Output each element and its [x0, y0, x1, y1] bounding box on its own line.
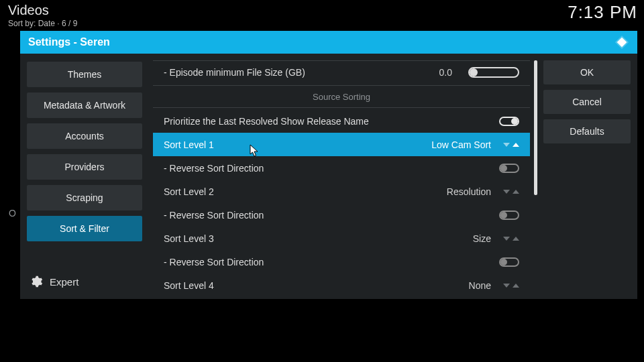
gear-icon: [30, 275, 43, 288]
settings-dialog: Settings - Seren Themes Metadata & Artwo…: [20, 31, 637, 299]
cancel-button[interactable]: Cancel: [543, 90, 631, 114]
setting-label: Reverse Sort Direction: [164, 163, 264, 174]
clock: 7:13 PM: [568, 2, 637, 23]
background-topbar: Videos Sort by: Date · 6 / 9 7:13 PM: [0, 0, 644, 27]
setting-reverse-sort-1[interactable]: Reverse Sort Direction: [153, 156, 530, 180]
chevron-up-icon[interactable]: [513, 190, 519, 194]
setting-label: Sort Level 3: [164, 233, 214, 244]
settings-level-toggle[interactable]: Expert: [27, 271, 142, 292]
setting-label: Sort Level 2: [164, 186, 214, 197]
setting-prioritize-last-resolved[interactable]: Prioritize the Last Resolved Show Releas…: [153, 109, 530, 133]
setting-sort-level-3[interactable]: Sort Level 3 Size: [153, 227, 530, 250]
dialog-title: Settings - Seren: [28, 31, 110, 54]
slider-icon[interactable]: [468, 67, 519, 78]
nav-item-metadata[interactable]: Metadata & Artwork: [27, 93, 142, 118]
dialog-button-column: OK Cancel Defaults: [538, 54, 637, 299]
spinner-icon[interactable]: [503, 143, 519, 147]
setting-value: 0.0: [305, 67, 460, 78]
setting-reverse-sort-2[interactable]: Reverse Sort Direction: [153, 203, 530, 227]
scrollbar-thumb[interactable]: [534, 60, 537, 195]
breadcrumb-title: Videos: [8, 3, 636, 18]
setting-label: Reverse Sort Direction: [164, 210, 264, 221]
chevron-up-icon[interactable]: [513, 284, 519, 288]
toggle-icon[interactable]: [499, 257, 519, 267]
toggle-icon[interactable]: [499, 117, 519, 126]
setting-label: Reverse Sort Direction: [164, 257, 264, 267]
nav-item-accounts[interactable]: Accounts: [27, 123, 142, 149]
breadcrumb-subtitle: Sort by: Date · 6 / 9: [8, 19, 636, 28]
setting-label: Prioritize the Last Resolved Show Releas…: [164, 116, 369, 127]
kodi-logo-icon: [614, 35, 629, 50]
setting-value: Low Cam Sort: [214, 139, 499, 150]
chevron-down-icon[interactable]: [503, 237, 510, 241]
setting-episode-min-size[interactable]: Episode minimum File Size (GB) 0.0: [153, 60, 530, 84]
section-header-source-sorting: Source Sorting: [153, 85, 530, 108]
nav-item-providers[interactable]: Providers: [27, 154, 142, 180]
setting-value: None: [214, 280, 499, 291]
dialog-header: Settings - Seren: [20, 31, 637, 54]
chevron-down-icon[interactable]: [503, 284, 510, 288]
nav-item-sort-filter[interactable]: Sort & Filter: [27, 216, 142, 241]
chevron-up-icon[interactable]: [513, 143, 519, 147]
setting-label: Episode minimum File Size (GB): [164, 67, 305, 78]
setting-reverse-sort-3[interactable]: Reverse Sort Direction: [153, 250, 530, 274]
spinner-icon[interactable]: [503, 284, 519, 288]
chevron-up-icon[interactable]: [513, 237, 519, 241]
toggle-icon[interactable]: [499, 210, 519, 220]
chevron-down-icon[interactable]: [503, 143, 510, 147]
settings-panel: Episode minimum File Size (GB) 0.0 Sourc…: [149, 54, 534, 299]
spinner-icon[interactable]: [503, 190, 519, 194]
setting-value: Resolution: [214, 186, 499, 197]
toggle-icon[interactable]: [499, 164, 519, 173]
setting-value: Size: [214, 233, 499, 244]
ok-button[interactable]: OK: [543, 60, 631, 84]
nav-item-scraping[interactable]: Scraping: [27, 185, 142, 210]
scrollbar[interactable]: [534, 60, 537, 292]
settings-category-nav: Themes Metadata & Artwork Accounts Provi…: [20, 54, 149, 299]
background-stray-char: O: [9, 208, 16, 219]
chevron-down-icon[interactable]: [503, 190, 510, 194]
setting-sort-level-1[interactable]: Sort Level 1 Low Cam Sort: [153, 133, 530, 156]
spinner-icon[interactable]: [503, 237, 519, 241]
setting-sort-level-4[interactable]: Sort Level 4 None: [153, 274, 530, 292]
settings-level-label: Expert: [50, 276, 78, 288]
setting-sort-level-2[interactable]: Sort Level 2 Resolution: [153, 180, 530, 203]
defaults-button[interactable]: Defaults: [543, 119, 631, 143]
setting-label: Sort Level 1: [164, 139, 214, 150]
nav-item-themes[interactable]: Themes: [27, 62, 142, 87]
setting-label: Sort Level 4: [164, 280, 214, 291]
